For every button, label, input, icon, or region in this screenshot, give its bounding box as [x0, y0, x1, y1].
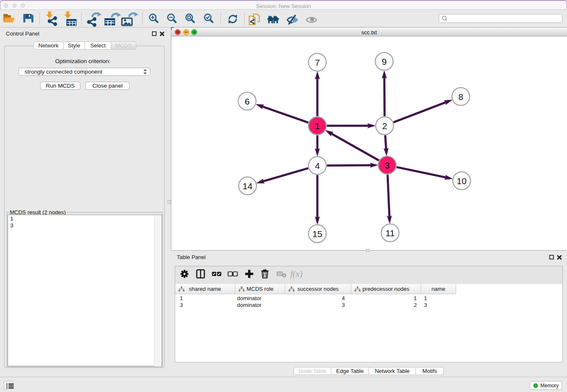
svg-text:14: 14: [242, 181, 253, 191]
svg-text:10: 10: [457, 176, 466, 186]
svg-text:11: 11: [385, 228, 395, 238]
svg-text:6: 6: [245, 97, 250, 106]
svg-text:7: 7: [315, 58, 320, 67]
svg-text:8: 8: [458, 92, 463, 102]
svg-text:3: 3: [385, 160, 390, 170]
svg-text:2: 2: [382, 121, 387, 131]
svg-text:f(x): f(x): [290, 269, 303, 279]
svg-text:1: 1: [315, 121, 320, 131]
svg-text:4: 4: [315, 161, 320, 171]
svg-text:15: 15: [312, 229, 322, 239]
svg-text:9: 9: [382, 57, 387, 66]
